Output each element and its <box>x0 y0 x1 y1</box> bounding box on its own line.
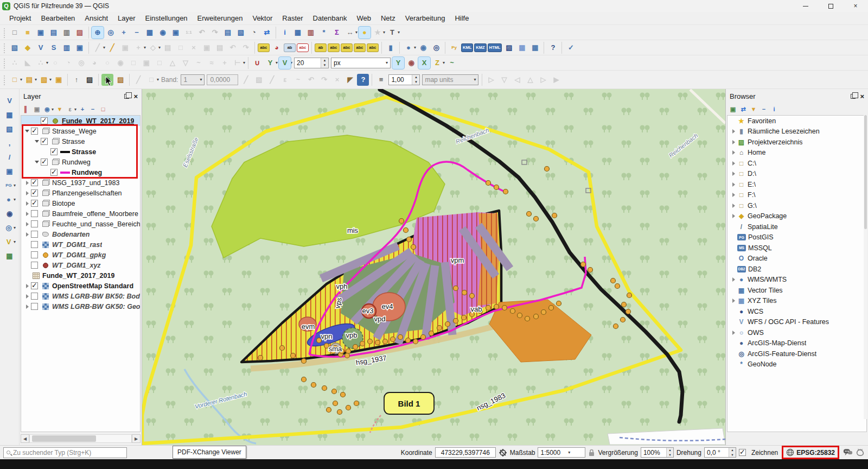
new-3d-map-view[interactable]: ▧ <box>235 27 247 39</box>
browser-item-home[interactable]: ⌂Home <box>727 148 866 159</box>
export-kml[interactable]: KML <box>461 43 473 52</box>
browser-item-geopackage[interactable]: ◆GeoPackage <box>727 211 866 222</box>
show-hide-labels[interactable]: abc <box>328 43 340 52</box>
expander-icon[interactable] <box>730 193 737 197</box>
import-geotagged-photos[interactable]: ↑ <box>71 74 82 86</box>
open-attribute-table[interactable]: ▦ <box>292 27 304 39</box>
scroll-left-icon[interactable]: ◀ <box>21 434 29 443</box>
avoid-overlap[interactable]: ◉ <box>405 57 417 69</box>
zoom-to-selection[interactable]: ◉ <box>157 27 169 39</box>
layer-checkbox[interactable] <box>31 210 38 217</box>
menu-netz[interactable]: Netz <box>376 12 400 24</box>
layer-checkbox[interactable] <box>41 138 48 145</box>
layer-item-strasse[interactable]: Strasse <box>21 147 140 157</box>
add-virtual-layer[interactable]: ▣ <box>4 165 16 177</box>
extent-toggle-icon[interactable] <box>499 448 507 457</box>
browser-item-r-umliche-lesezeichen[interactable]: ▮Räumliche Lesezeichen <box>727 126 866 137</box>
add-spatialite-layer[interactable]: / <box>4 151 16 163</box>
stroke-width-icon[interactable]: ≡ <box>375 74 387 86</box>
expander-icon[interactable] <box>23 232 31 237</box>
band-select[interactable]: 1▾ <box>181 74 205 85</box>
stroke-units[interactable]: map units▾ <box>422 74 478 85</box>
layer-item-bodenarten[interactable]: Bodenarten <box>21 229 140 239</box>
browser-item-d-[interactable]: □D:\ <box>727 169 866 180</box>
browser-item-wfs-ogc-api-features[interactable]: VWFS / OGC API - Features <box>727 317 866 328</box>
layer-checkbox[interactable] <box>41 117 48 124</box>
layer-checkbox[interactable] <box>31 282 38 289</box>
expander-icon[interactable] <box>730 182 737 187</box>
field-calculator[interactable]: ▥ <box>305 27 317 39</box>
remove-layer[interactable]: □ <box>98 104 108 114</box>
browser-item-e-[interactable]: □E:\ <box>727 179 866 190</box>
db-manager[interactable]: ▮ <box>385 42 397 54</box>
menu-layer[interactable]: Layer <box>113 12 141 24</box>
expander-icon[interactable] <box>23 212 31 216</box>
pin-labels[interactable]: ab <box>284 43 296 52</box>
layer-item-strasse[interactable]: Strasse <box>21 136 140 147</box>
close-button[interactable]: × <box>843 0 868 12</box>
add-wms-layer[interactable]: ● <box>3 193 15 205</box>
layer-item-wt-dgm1-rast[interactable]: WT_DGM1_rast <box>21 239 140 250</box>
layer-checkbox[interactable] <box>31 179 38 186</box>
manage-map-themes[interactable]: ◉ <box>42 104 52 114</box>
plugin-help[interactable]: ? <box>357 74 369 86</box>
restore-button[interactable] <box>818 0 843 12</box>
layer-checkbox[interactable] <box>31 200 38 207</box>
snapping-tolerance[interactable]: 20▲▼ <box>294 58 329 68</box>
expander-icon[interactable] <box>23 181 31 185</box>
tile-grid[interactable]: ▦ <box>529 42 541 54</box>
pan-map[interactable]: ⊕ <box>92 27 104 39</box>
map-canvas[interactable]: misvpmvphvpsev3ev4vpdevmvpnvpbsmavabhsg_… <box>142 89 725 445</box>
expander-icon[interactable] <box>23 284 31 288</box>
add-group[interactable]: ▣ <box>32 104 42 114</box>
processing-toolbox[interactable]: * <box>318 27 330 39</box>
toolbar-grip[interactable] <box>3 58 7 68</box>
expander-icon[interactable] <box>730 140 737 144</box>
export-html[interactable]: HTML <box>488 43 502 52</box>
layer-diagram[interactable]: ◕ <box>271 42 283 54</box>
new-geopackage-layer[interactable]: ◆ <box>22 42 34 54</box>
new-map-view[interactable]: ▤ <box>222 27 234 39</box>
browser-item-geonode[interactable]: *GeoNode <box>727 359 866 370</box>
menu-bearbeiten[interactable]: Bearbeiten <box>36 12 80 24</box>
layer-checkbox[interactable] <box>31 189 38 197</box>
filter-browser[interactable]: ▼ <box>749 104 758 114</box>
layer-item-feuchte-und-nasse-bereiche[interactable]: Feuchte_und_nasse_Bereiche <box>21 219 140 229</box>
browser-item-ows[interactable]: ○OWS <box>727 327 866 338</box>
python-console[interactable]: Py <box>448 42 460 54</box>
expander-icon[interactable] <box>730 129 737 134</box>
browser-item-c-[interactable]: □C:\ <box>727 158 866 169</box>
new-shapefile-layer[interactable]: V <box>35 42 47 54</box>
browser-item-wcs[interactable]: ●WCS <box>727 306 866 317</box>
select-features-by-value[interactable]: ▤ <box>23 74 35 86</box>
layer-item-nsg-1937-und-1983[interactable]: NSG_1937_und_1983 <box>21 178 140 188</box>
expander-icon[interactable] <box>23 222 31 226</box>
layer-item-rundweg[interactable]: Rundweg <box>21 167 140 178</box>
measure-line[interactable]: ↔ <box>344 27 356 39</box>
delete-selected[interactable]: □ <box>175 42 187 54</box>
rotation-spinner[interactable]: 0,0 °▲▼ <box>704 447 736 458</box>
menu-ansicht[interactable]: Ansicht <box>80 12 113 24</box>
undock-panel-icon[interactable] <box>124 94 129 99</box>
open-data-source-manager[interactable]: ▧ <box>9 42 21 54</box>
digitize-curve[interactable]: ~ <box>193 57 205 69</box>
new-project[interactable]: □ <box>9 27 21 39</box>
layer-item-wms-lgrb-bw-bk50-bod[interactable]: WMS LGRB-BW BK50: Bod <box>21 291 140 301</box>
expander-icon[interactable] <box>730 204 737 208</box>
raster-color-swatch[interactable]: □ <box>145 74 157 86</box>
edit-map-theme[interactable]: ▨ <box>114 74 126 86</box>
browser-vscrollbar[interactable] <box>864 115 867 419</box>
browser-item-g-[interactable]: □G:\ <box>727 200 866 211</box>
add-wms-service[interactable]: ◉ <box>417 42 429 54</box>
add-wfs-layer[interactable]: ◎ <box>3 221 15 233</box>
filter-by-expression[interactable]: ε <box>65 104 75 114</box>
expander-icon[interactable] <box>730 214 737 218</box>
metasearch[interactable]: ● <box>403 42 414 54</box>
browser-item-wms-wmts[interactable]: ●WMS/WMTS <box>727 275 866 286</box>
lock-scale-icon[interactable] <box>588 448 595 457</box>
qtiles[interactable]: ▦ <box>516 42 528 54</box>
export-kmz[interactable]: KMZ <box>474 43 486 52</box>
snapping-mode[interactable]: Y <box>264 57 276 69</box>
browser-item-spatialite[interactable]: /SpatiaLite <box>727 221 866 232</box>
collapse-all[interactable]: − <box>88 104 98 114</box>
